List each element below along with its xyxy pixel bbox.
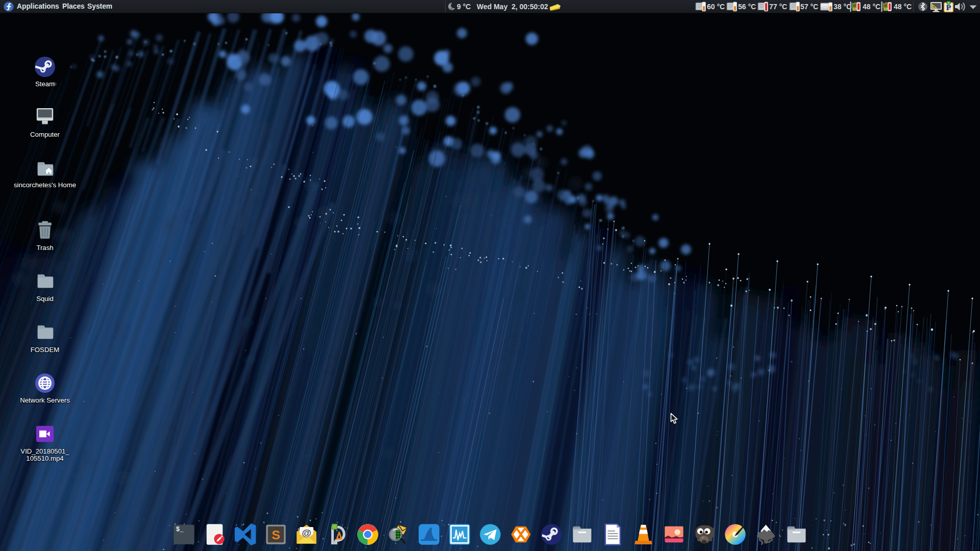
svg-text:$_: $_ <box>176 526 184 533</box>
svg-text:@: @ <box>302 528 311 538</box>
svg-text:S: S <box>272 528 280 542</box>
